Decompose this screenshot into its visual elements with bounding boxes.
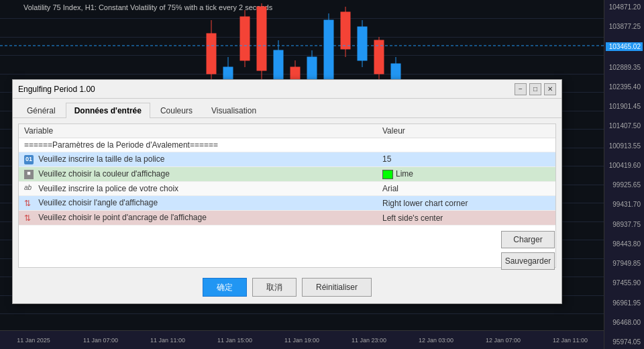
price-label: 103877.25 [606,23,643,30]
row-icon-angle: ⇅ [24,199,34,208]
table-row[interactable]: 01 Veuillez inscrire la taille de la pol… [19,152,555,167]
price-label: 95974.05 [606,338,643,346]
row-value: Left side's center [377,211,555,226]
price-label: 101407.50 [606,122,643,130]
tab-visualisation[interactable]: Visualisation [203,103,265,118]
price-label: 102395.40 [606,83,643,91]
svg-rect-19 [358,27,367,60]
table-row[interactable]: ■ Veuillez choisir la couleur d'affichag… [19,166,555,181]
time-label: 11 Jan 23:00 [335,337,402,344]
row-value: 15 [377,152,555,167]
price-label: 97949.85 [606,260,643,267]
price-label: 102889.35 [606,64,643,71]
tab-couleurs[interactable]: Couleurs [152,103,201,118]
price-label: 101901.45 [606,103,643,110]
time-label: 11 Jan 07:00 [67,337,134,344]
svg-rect-1 [207,34,216,74]
table-row[interactable]: ⇅ Veuillez choisir l'angle d'affichage R… [19,196,555,211]
svg-rect-7 [257,7,266,70]
maximize-button[interactable]: □ [529,83,541,95]
charger-button[interactable]: Charger [501,231,555,248]
price-label: 96468.00 [606,319,643,326]
row-variable: 01 Veuillez inscrire la taille de la pol… [19,152,377,167]
price-label-highlighted: 103465.02 [606,42,643,51]
row-variable: ⇅ Veuillez choisir le point d'ancrage de… [19,211,377,226]
price-label: 99431.70 [606,201,643,208]
row-icon-number: 01 [24,155,34,164]
reset-button[interactable]: Réinitialiser [302,278,372,297]
row-variable: ⇅ Veuillez choisir l'angle d'affichage [19,196,377,211]
time-axis: 11 Jan 2025 11 Jan 07:00 11 Jan 11:00 11… [0,330,604,349]
table-header-row: Variable Valeur [19,124,555,138]
table-row[interactable]: ab Veuillez inscrire la police de votre … [19,181,555,196]
svg-rect-5 [240,17,250,60]
minimize-button[interactable]: − [515,83,527,95]
row-icon-font: ab [24,184,34,193]
row-variable: ■ Veuillez choisir la couleur d'affichag… [19,166,377,181]
dialog-title: Engulfing Period 1.00 [18,85,95,94]
separator-label: ======Paramètres de la Periode d'Avaleme… [19,138,555,152]
sauvegarder-button[interactable]: Sauvegarder [501,252,555,270]
bottom-buttons: 确定 取消 Réinitialiser [13,278,561,297]
price-axis: 104871.20 103877.25 103465.02 102889.35 … [604,0,644,349]
row-value: Arial [377,181,555,196]
right-buttons: Charger Sauvegarder [501,231,555,270]
row-value: Lime [377,166,555,181]
row-value: Right lower chart corner [377,196,555,211]
dialog: Engulfing Period 1.00 − □ ✕ Général Donn… [12,79,562,304]
time-label: 11 Jan 15:00 [201,337,268,344]
svg-rect-13 [307,57,317,81]
table-row[interactable]: ⇅ Veuillez choisir le point d'ancrage de… [19,211,555,226]
price-label: 100419.60 [606,162,643,169]
tab-donnees-entree[interactable]: Données d'entrée [66,103,150,118]
dialog-titlebar: Engulfing Period 1.00 − □ ✕ [13,80,561,99]
time-label: 12 Jan 11:00 [537,337,604,344]
price-label: 99925.65 [606,181,643,189]
col-variable: Variable [19,124,377,138]
svg-rect-17 [341,12,350,49]
col-valeur: Valeur [377,124,555,138]
cancel-button[interactable]: 取消 [252,278,297,297]
time-label: 11 Jan 19:00 [268,337,335,344]
confirm-button[interactable]: 确定 [203,278,247,297]
time-label: 12 Jan 07:00 [470,337,537,344]
dialog-controls: − □ ✕ [515,83,556,95]
row-icon-anchor: ⇅ [24,213,34,223]
params-table: Variable Valeur ======Paramètres de la P… [19,124,555,226]
color-swatch [382,170,393,179]
tab-general[interactable]: Général [18,103,64,118]
table-row: ======Paramètres de la Periode d'Avaleme… [19,138,555,152]
price-label: 104871.20 [606,3,643,11]
row-variable: ab Veuillez inscrire la police de votre … [19,181,377,196]
time-label: 11 Jan 11:00 [134,337,201,344]
price-label: 98937.75 [606,221,643,228]
tabs-bar: Général Données d'entrée Couleurs Visual… [13,99,561,118]
row-icon-color: ■ [24,170,34,179]
time-label: 11 Jan 2025 [0,337,67,344]
price-label: 98443.80 [606,240,643,248]
time-label: 12 Jan 03:00 [402,337,470,344]
close-button[interactable]: ✕ [544,83,556,95]
price-label: 100913.55 [606,142,643,150]
price-label: 97455.90 [606,279,643,287]
price-label: 96961.95 [606,299,643,307]
params-table-container: Variable Valeur ======Paramètres de la P… [18,123,556,268]
